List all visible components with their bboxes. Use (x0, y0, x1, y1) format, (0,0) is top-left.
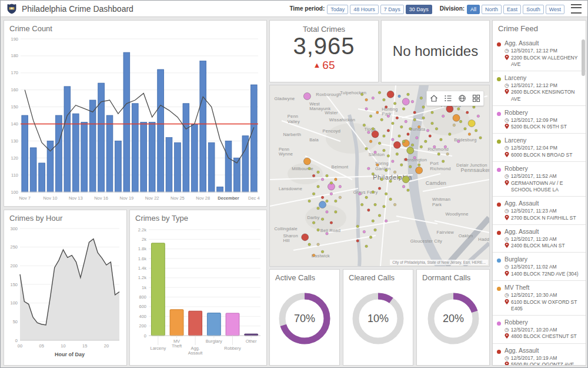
feed-item[interactable]: Robbery◷12/5/2017, 11:52 AMGERMANTOWN AV… (493, 162, 586, 197)
location-pin-icon (505, 243, 509, 248)
svg-text:140: 140 (11, 121, 18, 127)
hamburger-menu-icon[interactable] (571, 4, 582, 14)
crime-type-dot-icon (497, 321, 501, 326)
total-crimes-title: Total Crimes (270, 25, 378, 34)
feed-item-type: Agg. Assault (505, 39, 581, 47)
cleared-calls-title: Cleared Calls (343, 270, 413, 283)
division-button-group: AllNorthEastSouthWest (467, 3, 566, 15)
crimes-by-hour-chart[interactable]: 0501001502002503000005101520Hour of Day (4, 224, 124, 360)
svg-text:0: 0 (15, 338, 18, 343)
svg-text:200: 200 (10, 263, 18, 268)
dormant-calls-gauge[interactable]: 20% (422, 286, 485, 352)
cleared-calls-gauge[interactable]: 10% (346, 286, 410, 352)
homicides-panel: No homicides (381, 20, 490, 82)
crime-count-chart[interactable]: 100110120130140150160170180190Nov 7Nov 1… (4, 34, 263, 203)
svg-text:100: 100 (11, 190, 18, 195)
feed-item-body: Robbery◷12/5/2017, 11:52 AMGERMANTOWN AV… (505, 165, 581, 193)
feed-item[interactable]: Agg. Assault◷12/5/2017, 11:20 AM2400 BLO… (493, 225, 586, 253)
division-button-all[interactable]: All (467, 5, 480, 15)
svg-text:1k: 1k (142, 285, 146, 290)
svg-text:0: 0 (144, 333, 146, 339)
crime-type-dot-icon (497, 140, 501, 144)
location-pin-icon (505, 362, 509, 365)
division-button-north[interactable]: North (482, 5, 502, 15)
feed-item[interactable]: Robbery◷12/5/2017, 10:20 AM4800 BLOCK CH… (493, 316, 586, 344)
active-calls-gauge[interactable]: 70% (273, 286, 336, 352)
feed-item-address: 2200 BLOCK W ALLEGHENY AVE (505, 55, 581, 68)
feed-item[interactable]: Robbery◷12/5/2017, 12:09 PM5200 BLOCK N … (493, 106, 586, 134)
map-panel[interactable]: GladwyneRoxboroughTulpehockenWestManayun… (269, 85, 490, 267)
feed-item-body: Robbery◷12/5/2017, 12:09 PM5200 BLOCK N … (505, 109, 567, 131)
crimes-by-type-title: Crimes by Type (130, 210, 266, 224)
delta-value: 65 (322, 59, 335, 71)
feed-item[interactable]: Agg. Assault◷12/5/2017, 10:19 AM5500 BLO… (493, 344, 586, 365)
svg-text:Pencoyd: Pencoyd (323, 128, 341, 134)
home-icon[interactable] (429, 94, 439, 103)
time-period-button-48-hours[interactable]: 48 Hours (350, 5, 379, 15)
svg-text:Pennsauken: Pennsauken (461, 167, 489, 173)
feed-item-time: ◷12/5/2017, 12:12 PM (505, 82, 581, 89)
feed-item-address: 2400 BLOCK MILAN ST (505, 243, 565, 249)
location-pin-icon (505, 333, 509, 339)
apps-grid-icon[interactable] (472, 94, 481, 103)
svg-text:10%: 10% (368, 313, 389, 324)
division-button-west[interactable]: West (546, 5, 564, 15)
division-button-east[interactable]: East (503, 5, 521, 15)
crime-map[interactable]: GladwyneRoxboroughTulpehockenWestManayun… (270, 85, 489, 266)
map-attribution: City of Philadelphia, State of New Jerse… (390, 260, 488, 265)
svg-text:10: 10 (61, 343, 65, 349)
homicides-text: No homicides (382, 21, 489, 82)
feed-item-time: ◷12/5/2017, 11:20 AM (505, 236, 565, 243)
feed-item-type: Agg. Assault (505, 200, 576, 207)
feed-scrollbar[interactable] (582, 39, 585, 76)
crime-type-dot-icon (497, 42, 501, 47)
active-calls-panel: Active Calls 70% (269, 269, 340, 366)
svg-text:150: 150 (10, 282, 18, 287)
svg-text:300: 300 (10, 226, 18, 231)
feed-item-address: 5500 BLOCK OGONTZ AVE (505, 362, 574, 365)
legend-list-icon[interactable] (443, 94, 453, 103)
feed-item-body: Agg. Assault◷12/5/2017, 11:20 AM2400 BLO… (505, 228, 565, 250)
feed-item[interactable]: Larceny◷12/5/2017, 12:12 PM2600 BLOCK KE… (493, 71, 586, 106)
svg-text:Agg.Assault: Agg.Assault (188, 346, 203, 356)
crime-feed-list: Agg. Assault◷12/5/2017, 12:12 PM2200 BLO… (493, 37, 586, 365)
feed-item[interactable]: Agg. Assault◷12/5/2017, 12:12 PM2200 BLO… (493, 37, 586, 71)
clock-icon: ◷ (505, 292, 509, 299)
svg-text:05: 05 (39, 343, 44, 349)
crime-type-dot-icon (497, 258, 501, 263)
time-period-button-30-days[interactable]: 30 Days (406, 5, 432, 15)
page-title: Philadelphia Crime Dashboard (22, 4, 133, 14)
time-period-button-7-days[interactable]: 7 Days (380, 5, 404, 15)
feed-item[interactable]: Larceny◷12/5/2017, 12:04 PM6000 BLOCK N … (493, 134, 586, 162)
feed-item-time: ◷12/5/2017, 11:02 AM (505, 264, 579, 271)
clock-icon: ◷ (505, 327, 509, 334)
location-pin-icon (505, 180, 509, 185)
svg-text:Gloucester City: Gloucester City (410, 238, 442, 244)
delta-up-icon: ▲ (313, 61, 320, 69)
svg-text:50: 50 (13, 319, 18, 324)
svg-text:Nov 7: Nov 7 (19, 195, 31, 201)
svg-text:1.2k: 1.2k (138, 275, 146, 280)
location-pin-icon (505, 89, 509, 94)
crimes-by-hour-title: Crimes by Hour (4, 210, 126, 224)
app-header: Philadelphia Crime Dashboard Time period… (1, 1, 587, 17)
svg-text:Other: Other (246, 339, 257, 344)
time-period-button-today[interactable]: Today (327, 5, 348, 15)
clock-icon: ◷ (505, 236, 509, 243)
division-button-south[interactable]: South (523, 5, 544, 15)
clock-icon: ◷ (505, 208, 509, 215)
svg-text:130: 130 (11, 138, 18, 144)
feed-item[interactable]: Burglary◷12/5/2017, 11:02 AM1400 BLOCK 7… (493, 253, 586, 281)
crimes-by-type-chart[interactable]: 02004006008001k1.2k1.4k1.6k1.8k2k2.2kLar… (130, 224, 264, 360)
feed-item[interactable]: MV Theft◷12/5/2017, 10:30 AM6100 BLOCK W… (493, 281, 586, 316)
svg-text:Robbery: Robbery (224, 346, 241, 351)
feed-item-time: ◷12/5/2017, 12:04 PM (505, 145, 572, 152)
clock-icon: ◷ (505, 355, 509, 362)
svg-text:Gladwyne: Gladwyne (274, 96, 295, 101)
clock-icon: ◷ (505, 264, 509, 271)
svg-text:Collingdale: Collingdale (274, 226, 297, 231)
svg-text:200: 200 (139, 323, 146, 329)
svg-text:190: 190 (11, 37, 18, 42)
feed-item[interactable]: Agg. Assault◷12/5/2017, 11:23 AM2700 BLO… (493, 197, 586, 225)
basemap-icon[interactable] (457, 94, 467, 103)
